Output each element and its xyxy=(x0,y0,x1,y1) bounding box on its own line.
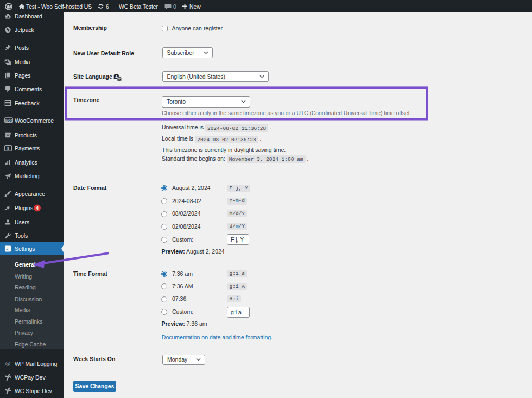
svg-text:Woo: Woo xyxy=(5,118,12,122)
svg-text:$: $ xyxy=(7,146,10,151)
svg-text:文: 文 xyxy=(118,77,121,81)
svg-text:@: @ xyxy=(5,361,11,367)
